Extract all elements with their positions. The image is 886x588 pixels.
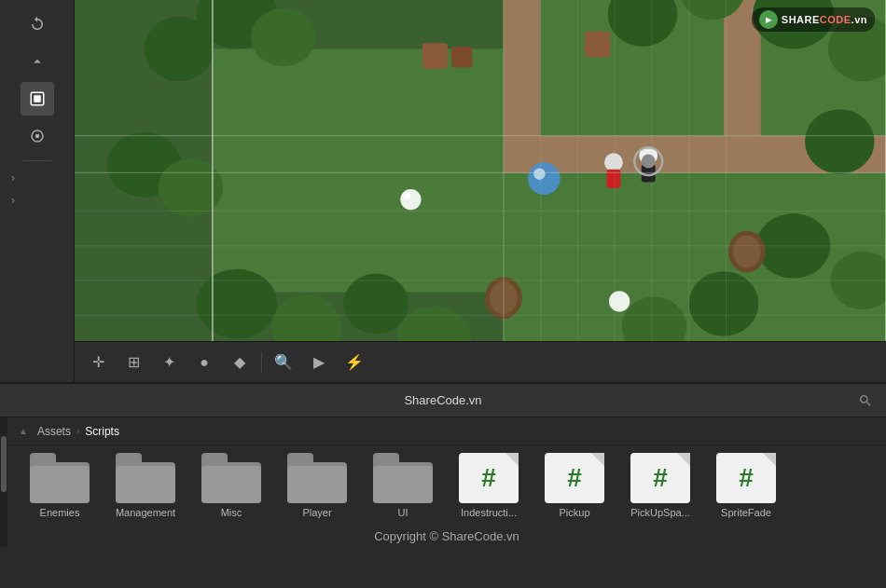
asset-pickupspace-script[interactable]: # PickUpSpa... — [623, 453, 698, 518]
asset-spritefade-script[interactable]: # SpriteFade — [709, 453, 783, 518]
breadcrumb-assets[interactable]: Assets — [37, 425, 71, 438]
svg-point-13 — [251, 8, 316, 66]
assets-search-icon[interactable] — [856, 391, 875, 410]
svg-rect-8 — [504, 0, 541, 172]
asset-script-icon: # — [459, 453, 519, 503]
toolbar-fx-btn[interactable]: ✦ — [153, 349, 185, 376]
toolbar-collapse-2[interactable]: › — [4, 191, 22, 210]
svg-point-39 — [533, 169, 545, 180]
assets-header: ShareCode.vn — [0, 384, 886, 417]
toolbar-circle-btn[interactable]: ● — [188, 349, 220, 376]
assets-scroll-indicator[interactable] — [0, 417, 7, 547]
svg-rect-10 — [214, 49, 504, 293]
toolbar-divider — [261, 352, 262, 373]
breadcrumb-separator: › — [76, 426, 79, 436]
toolbar-layout-btn[interactable]: ⊞ — [118, 349, 149, 376]
asset-indestructi-label: Indestructi... — [461, 507, 517, 518]
assets-content[interactable]: Enemies Management M — [7, 445, 886, 526]
svg-rect-30 — [451, 47, 472, 67]
watermark: ▶ SHARECODE.vn — [752, 7, 875, 32]
svg-point-40 — [604, 153, 623, 171]
asset-script-icon: # — [545, 453, 604, 503]
toolbar-diamond-btn[interactable]: ◆ — [224, 349, 256, 376]
left-toolbar: › › — [0, 0, 75, 382]
toolbar-select-icon[interactable] — [21, 82, 54, 116]
asset-management-folder[interactable]: Management — [108, 453, 183, 518]
svg-point-37 — [733, 236, 761, 268]
toolbar-rotate-icon[interactable] — [21, 7, 54, 41]
asset-spritefade-label: SpriteFade — [721, 507, 771, 518]
assets-main: ▲ Assets › Scripts Enemies — [0, 417, 886, 547]
svg-rect-41 — [606, 170, 620, 188]
asset-folder-icon — [116, 453, 175, 503]
asset-folder-icon — [201, 453, 261, 503]
asset-folder-icon — [30, 453, 90, 503]
svg-point-18 — [343, 274, 408, 335]
copyright-text: Copyright © ShareCode.vn — [374, 529, 519, 543]
breadcrumb: ▲ Assets › Scripts — [7, 417, 886, 445]
svg-point-48 — [642, 155, 656, 169]
asset-player-label: Player — [302, 507, 331, 518]
assets-panel-title: ShareCode.vn — [11, 393, 875, 407]
asset-pickup-label: Pickup — [559, 507, 589, 518]
svg-point-44 — [400, 189, 421, 210]
svg-point-46 — [609, 291, 630, 311]
toolbar-play-btn[interactable]: ▶ — [303, 349, 335, 376]
asset-misc-folder[interactable]: Misc — [194, 453, 269, 518]
asset-pickup-script[interactable]: # Pickup — [537, 453, 612, 518]
asset-misc-label: Misc — [221, 507, 242, 518]
toolbar-arrow-icon[interactable] — [21, 45, 54, 78]
copyright-bar: Copyright © ShareCode.vn — [7, 526, 886, 547]
watermark-logo: ▶ — [759, 10, 778, 29]
breadcrumb-expand-icon[interactable]: ▲ — [19, 426, 28, 436]
toolbar-separator-1 — [23, 160, 51, 161]
svg-point-28 — [805, 109, 875, 174]
asset-ui-label: UI — [398, 507, 408, 518]
assets-panel: ShareCode.vn ▲ Assets › Scripts — [0, 382, 886, 547]
asset-script-icon: # — [630, 453, 690, 503]
asset-enemies-label: Enemies — [40, 507, 80, 518]
toolbar-collapse-1[interactable]: › — [4, 169, 22, 187]
asset-ui-folder[interactable]: UI — [366, 453, 440, 518]
toolbar-search-btn[interactable]: 🔍 — [268, 349, 299, 376]
asset-indestructi-script[interactable]: # Indestructi... — [451, 453, 526, 518]
watermark-text: SHARECODE.vn — [782, 14, 867, 25]
editor-bottom-toolbar: ✛ ⊞ ✦ ● ◆ 🔍 ▶ ⚡ — [75, 341, 886, 382]
editor-area: › › — [0, 0, 886, 382]
svg-point-3 — [35, 134, 39, 139]
asset-enemies-folder[interactable]: Enemies — [22, 453, 97, 518]
svg-point-12 — [145, 17, 215, 82]
asset-folder-icon — [373, 453, 433, 503]
svg-point-45 — [404, 193, 410, 199]
toolbar-move-btn[interactable]: ✛ — [82, 349, 114, 376]
asset-folder-icon — [287, 453, 347, 503]
svg-point-38 — [528, 162, 561, 195]
breadcrumb-scripts[interactable]: Scripts — [85, 425, 119, 438]
toolbar-grid-icon[interactable] — [21, 119, 54, 153]
asset-player-folder[interactable]: Player — [280, 453, 354, 518]
svg-rect-31 — [585, 32, 610, 57]
asset-script-icon: # — [716, 453, 776, 503]
asset-pickupspace-label: PickUpSpa... — [630, 507, 690, 518]
game-viewport[interactable]: ▶ SHARECODE.vn — [75, 0, 886, 341]
svg-rect-1 — [34, 95, 41, 103]
svg-point-16 — [197, 269, 278, 339]
asset-management-label: Management — [116, 507, 175, 518]
svg-rect-29 — [422, 43, 448, 68]
svg-point-26 — [689, 271, 759, 336]
toolbar-flash-btn[interactable]: ⚡ — [339, 349, 370, 376]
assets-scroll-thumb — [1, 436, 7, 492]
